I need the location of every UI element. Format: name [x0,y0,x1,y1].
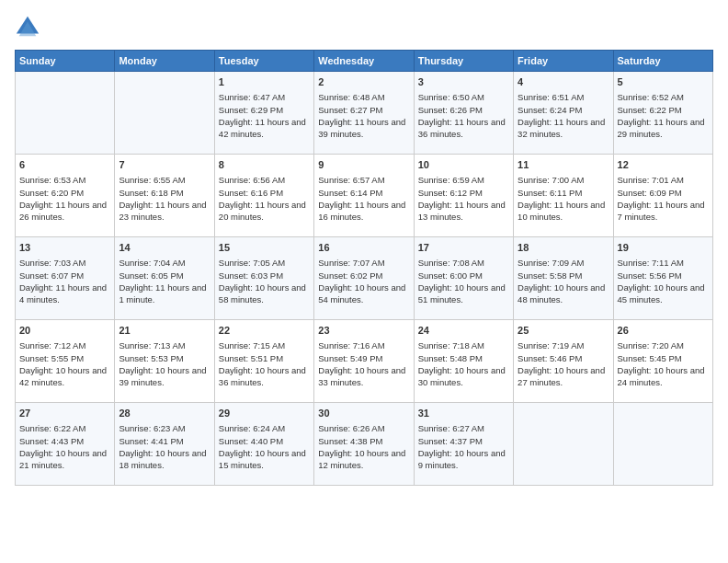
day-number: 5 [618,75,709,89]
calendar-cell: 16Sunrise: 7:07 AM Sunset: 6:02 PM Dayli… [314,237,414,320]
day-content: Sunrise: 7:15 AM Sunset: 5:51 PM Dayligh… [219,339,310,388]
calendar-cell: 22Sunrise: 7:15 AM Sunset: 5:51 PM Dayli… [214,320,313,403]
day-number: 29 [219,407,310,420]
day-header-thursday: Thursday [414,51,513,72]
day-content: Sunrise: 6:53 AM Sunset: 6:20 PM Dayligh… [19,174,110,223]
day-header-monday: Monday [115,51,214,72]
calendar-cell: 8Sunrise: 6:56 AM Sunset: 6:16 PM Daylig… [214,155,313,237]
day-number: 30 [318,407,409,420]
day-content: Sunrise: 7:09 AM Sunset: 5:58 PM Dayligh… [518,257,609,305]
calendar-cell: 15Sunrise: 7:05 AM Sunset: 6:03 PM Dayli… [214,237,313,320]
calendar-cell: 13Sunrise: 7:03 AM Sunset: 6:07 PM Dayli… [16,237,115,320]
logo [15,15,44,40]
day-header-wednesday: Wednesday [314,51,414,72]
day-number: 26 [618,324,709,338]
day-content: Sunrise: 6:57 AM Sunset: 6:14 PM Dayligh… [318,174,409,223]
day-number: 23 [318,324,409,338]
calendar-cell: 2Sunrise: 6:48 AM Sunset: 6:27 PM Daylig… [314,72,414,155]
day-content: Sunrise: 6:24 AM Sunset: 4:40 PM Dayligh… [219,422,310,471]
day-content: Sunrise: 7:08 AM Sunset: 6:00 PM Dayligh… [418,257,509,305]
calendar-week-row: 6Sunrise: 6:53 AM Sunset: 6:20 PM Daylig… [16,155,713,237]
calendar-cell [16,72,115,155]
calendar-cell: 31Sunrise: 6:27 AM Sunset: 4:37 PM Dayli… [414,403,513,486]
calendar-cell [115,72,214,155]
calendar-cell: 6Sunrise: 6:53 AM Sunset: 6:20 PM Daylig… [16,155,115,237]
day-number: 27 [19,407,110,420]
calendar-cell: 19Sunrise: 7:11 AM Sunset: 5:56 PM Dayli… [613,237,712,320]
day-number: 6 [19,158,110,172]
calendar-cell: 3Sunrise: 6:50 AM Sunset: 6:26 PM Daylig… [414,72,513,155]
day-content: Sunrise: 7:16 AM Sunset: 5:49 PM Dayligh… [318,339,409,388]
day-number: 10 [418,158,509,172]
calendar-cell: 12Sunrise: 7:01 AM Sunset: 6:09 PM Dayli… [613,155,712,237]
calendar-week-row: 27Sunrise: 6:22 AM Sunset: 4:43 PM Dayli… [16,403,713,486]
day-content: Sunrise: 7:04 AM Sunset: 6:05 PM Dayligh… [119,257,210,305]
day-content: Sunrise: 6:48 AM Sunset: 6:27 PM Dayligh… [318,91,409,140]
day-header-friday: Friday [514,51,613,72]
day-content: Sunrise: 6:23 AM Sunset: 4:41 PM Dayligh… [119,422,210,471]
calendar-cell: 14Sunrise: 7:04 AM Sunset: 6:05 PM Dayli… [115,237,214,320]
calendar-cell: 30Sunrise: 6:26 AM Sunset: 4:38 PM Dayli… [314,403,414,486]
calendar-cell: 7Sunrise: 6:55 AM Sunset: 6:18 PM Daylig… [115,155,214,237]
calendar-cell: 1Sunrise: 6:47 AM Sunset: 6:29 PM Daylig… [214,72,313,155]
calendar-cell: 27Sunrise: 6:22 AM Sunset: 4:43 PM Dayli… [16,403,115,486]
day-content: Sunrise: 7:00 AM Sunset: 6:11 PM Dayligh… [518,174,609,223]
day-number: 13 [19,241,110,255]
logo-icon [15,15,40,40]
day-number: 22 [219,324,310,338]
day-number: 24 [418,324,509,338]
calendar-cell: 28Sunrise: 6:23 AM Sunset: 4:41 PM Dayli… [115,403,214,486]
calendar-cell: 18Sunrise: 7:09 AM Sunset: 5:58 PM Dayli… [514,237,613,320]
day-content: Sunrise: 7:05 AM Sunset: 6:03 PM Dayligh… [219,257,310,305]
calendar-cell: 24Sunrise: 7:18 AM Sunset: 5:48 PM Dayli… [414,320,513,403]
calendar-week-row: 20Sunrise: 7:12 AM Sunset: 5:55 PM Dayli… [16,320,713,403]
calendar-week-row: 13Sunrise: 7:03 AM Sunset: 6:07 PM Dayli… [16,237,713,320]
day-content: Sunrise: 7:03 AM Sunset: 6:07 PM Dayligh… [19,257,110,305]
day-number: 28 [119,407,210,420]
day-header-sunday: Sunday [16,51,115,72]
day-content: Sunrise: 7:07 AM Sunset: 6:02 PM Dayligh… [318,257,409,305]
day-content: Sunrise: 6:51 AM Sunset: 6:24 PM Dayligh… [518,91,609,140]
calendar-week-row: 1Sunrise: 6:47 AM Sunset: 6:29 PM Daylig… [16,72,713,155]
day-content: Sunrise: 7:18 AM Sunset: 5:48 PM Dayligh… [418,339,509,388]
day-content: Sunrise: 6:52 AM Sunset: 6:22 PM Dayligh… [618,91,709,140]
day-content: Sunrise: 7:11 AM Sunset: 5:56 PM Dayligh… [618,257,709,305]
calendar-cell: 23Sunrise: 7:16 AM Sunset: 5:49 PM Dayli… [314,320,414,403]
calendar-cell [514,403,613,486]
calendar-table: SundayMondayTuesdayWednesdayThursdayFrid… [15,50,713,486]
day-content: Sunrise: 6:47 AM Sunset: 6:29 PM Dayligh… [219,91,310,140]
day-content: Sunrise: 6:56 AM Sunset: 6:16 PM Dayligh… [219,174,310,223]
day-content: Sunrise: 6:22 AM Sunset: 4:43 PM Dayligh… [19,422,110,471]
calendar-cell: 5Sunrise: 6:52 AM Sunset: 6:22 PM Daylig… [613,72,712,155]
page-header [15,15,713,40]
day-number: 12 [618,158,709,172]
day-content: Sunrise: 6:26 AM Sunset: 4:38 PM Dayligh… [318,422,409,471]
day-content: Sunrise: 7:12 AM Sunset: 5:55 PM Dayligh… [19,339,110,388]
day-number: 11 [518,158,609,172]
day-number: 2 [318,75,409,89]
calendar-cell: 17Sunrise: 7:08 AM Sunset: 6:00 PM Dayli… [414,237,513,320]
day-content: Sunrise: 6:55 AM Sunset: 6:18 PM Dayligh… [119,174,210,223]
calendar-cell: 21Sunrise: 7:13 AM Sunset: 5:53 PM Dayli… [115,320,214,403]
day-number: 1 [219,75,310,89]
calendar-cell [613,403,712,486]
day-content: Sunrise: 6:59 AM Sunset: 6:12 PM Dayligh… [418,174,509,223]
day-number: 18 [518,241,609,255]
day-content: Sunrise: 7:19 AM Sunset: 5:46 PM Dayligh… [518,339,609,388]
day-number: 15 [219,241,310,255]
day-number: 25 [518,324,609,338]
day-number: 4 [518,75,609,89]
calendar-cell: 25Sunrise: 7:19 AM Sunset: 5:46 PM Dayli… [514,320,613,403]
day-number: 8 [219,158,310,172]
day-header-tuesday: Tuesday [214,51,313,72]
calendar-cell: 4Sunrise: 6:51 AM Sunset: 6:24 PM Daylig… [514,72,613,155]
calendar-header-row: SundayMondayTuesdayWednesdayThursdayFrid… [16,51,713,72]
day-number: 3 [418,75,509,89]
day-number: 16 [318,241,409,255]
day-number: 19 [618,241,709,255]
day-number: 9 [318,158,409,172]
day-number: 14 [119,241,210,255]
calendar-cell: 9Sunrise: 6:57 AM Sunset: 6:14 PM Daylig… [314,155,414,237]
calendar-cell: 10Sunrise: 6:59 AM Sunset: 6:12 PM Dayli… [414,155,513,237]
day-content: Sunrise: 7:13 AM Sunset: 5:53 PM Dayligh… [119,339,210,388]
